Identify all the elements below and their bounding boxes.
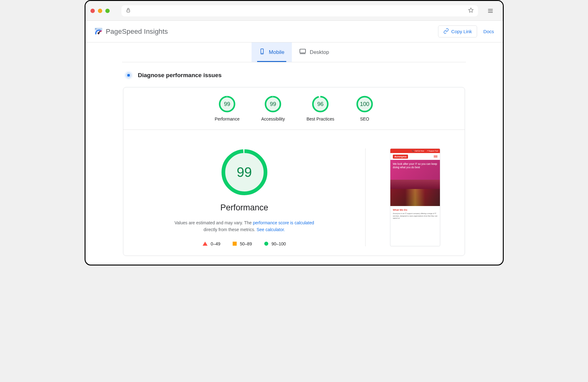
diagnose-header: Diagnose performance issues	[123, 71, 465, 80]
score-label: Accessibility	[261, 116, 285, 121]
app-title: PageSpeed Insights	[106, 28, 168, 36]
address-bar[interactable]	[121, 5, 478, 16]
preview-what-we-do: What We Do Acronyms is an IT support com…	[390, 206, 440, 222]
legend-fail: 0–49	[203, 241, 220, 246]
tab-mobile-label: Mobile	[269, 49, 284, 55]
traffic-lights	[90, 9, 110, 13]
score-gauge-icon: 100	[356, 95, 373, 113]
tab-desktop[interactable]: Desktop	[292, 42, 336, 62]
app-logo[interactable]: PageSpeed Insights	[94, 27, 168, 36]
score-seo[interactable]: 100 SEO	[356, 95, 373, 121]
preview-topbar: 📞 Call Us Now ↗ Support Tool	[390, 149, 440, 153]
scores-row: 99 Performance 99 Accessibility	[123, 87, 465, 130]
copy-link-label: Copy Link	[451, 29, 472, 34]
svg-rect-0	[127, 10, 129, 12]
device-tabs: Mobile Desktop	[122, 42, 466, 62]
score-legend: 0–49 50–89 90–100	[203, 241, 286, 246]
site-screenshot: 📞 Call Us Now ↗ Support Tool Acronyms We…	[390, 148, 440, 246]
detail-section: 99 Performance Values are estimated and …	[123, 130, 465, 256]
score-value: 96	[317, 101, 323, 108]
score-label: Performance	[215, 116, 239, 121]
lock-icon	[126, 8, 131, 14]
link-icon	[443, 28, 449, 35]
bookmark-star-icon[interactable]	[468, 7, 474, 14]
diagnose-title: Diagnose performance issues	[138, 72, 222, 79]
header-actions: Copy Link Docs	[438, 25, 494, 37]
pagespeed-logo-icon	[94, 27, 103, 36]
score-label: Best Practices	[306, 116, 334, 121]
score-label: SEO	[360, 116, 369, 121]
preview-header: Acronyms	[390, 153, 440, 160]
docs-link[interactable]: Docs	[483, 29, 494, 34]
score-gauge-icon: 96	[312, 95, 329, 113]
score-best-practices[interactable]: 96 Best Practices	[306, 95, 334, 121]
square-icon	[233, 242, 237, 246]
performance-score-value: 99	[237, 165, 252, 180]
score-gauge-icon: 99	[264, 95, 282, 113]
score-value: 99	[224, 101, 230, 108]
browser-toolbar	[86, 1, 503, 21]
preview-photo	[390, 180, 440, 206]
score-value: 100	[360, 101, 369, 108]
performance-gauge-icon: 99	[221, 148, 268, 196]
score-gauge-icon: 99	[218, 95, 236, 113]
mobile-icon	[259, 48, 265, 56]
hamburger-icon	[434, 155, 437, 158]
preview-panel: 📞 Call Us Now ↗ Support Tool Acronyms We…	[366, 148, 452, 246]
window-close-button[interactable]	[90, 9, 95, 13]
score-accessibility[interactable]: 99 Accessibility	[261, 95, 285, 121]
report-card: 99 Performance 99 Accessibility	[123, 87, 465, 256]
triangle-icon	[203, 242, 208, 246]
circle-icon	[264, 242, 268, 246]
performance-description: Values are estimated and may vary. The p…	[173, 219, 316, 233]
score-value: 99	[270, 101, 276, 108]
tab-desktop-label: Desktop	[310, 49, 329, 55]
performance-heading: Performance	[220, 203, 268, 213]
copy-link-button[interactable]: Copy Link	[438, 25, 477, 37]
browser-menu-button[interactable]	[483, 8, 498, 14]
window-maximize-button[interactable]	[105, 9, 110, 13]
diagnose-icon	[124, 71, 133, 80]
score-performance[interactable]: 99 Performance	[215, 95, 239, 121]
desktop-icon	[299, 48, 306, 56]
see-calculator-link[interactable]: See calculator.	[257, 227, 285, 232]
app-header: PageSpeed Insights Copy Link Docs	[86, 21, 503, 42]
performance-detail: 99 Performance Values are estimated and …	[136, 148, 366, 246]
window-minimize-button[interactable]	[98, 9, 102, 13]
svg-rect-11	[300, 49, 305, 53]
legend-average: 50–89	[233, 241, 252, 246]
svg-rect-6	[95, 28, 96, 29]
content-area: Diagnose performance issues 99 Performan…	[114, 62, 474, 265]
browser-window: PageSpeed Insights Copy Link Docs	[85, 0, 504, 266]
score-calculated-link[interactable]: performance score is calculated	[253, 220, 314, 225]
preview-logo: Acronyms	[393, 155, 408, 159]
legend-pass: 90–100	[264, 241, 286, 246]
preview-hero: We look after your IT so you can keep do…	[390, 160, 440, 180]
svg-marker-1	[468, 8, 473, 12]
tab-mobile[interactable]: Mobile	[252, 42, 292, 62]
